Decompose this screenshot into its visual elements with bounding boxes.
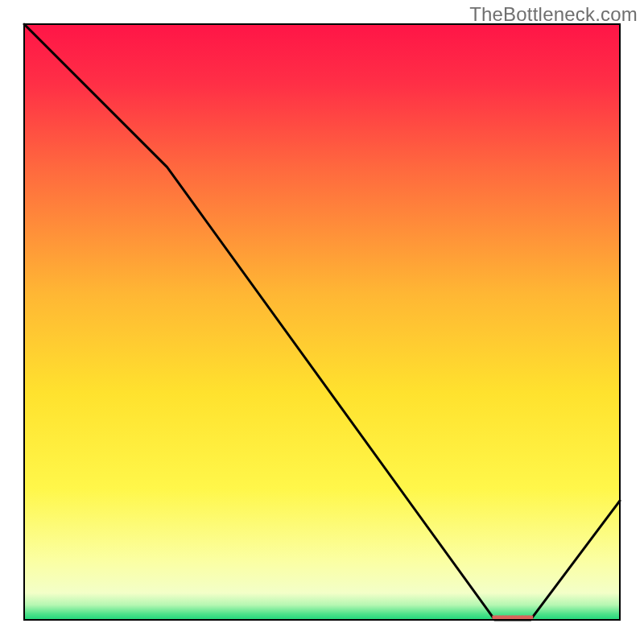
plot-area	[24, 24, 620, 621]
bottleneck-chart	[0, 0, 644, 644]
